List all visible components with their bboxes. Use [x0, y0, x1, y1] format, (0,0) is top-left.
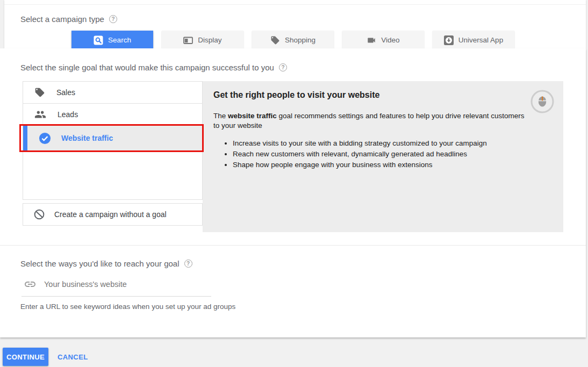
display-icon: [183, 35, 193, 45]
campaign-type-title-text: Select a campaign type: [20, 15, 104, 24]
description-bold: website traffic: [228, 112, 277, 120]
mouse-icon: [530, 89, 555, 114]
tab-video[interactable]: Video: [342, 31, 424, 49]
goal-item-label: Website traffic: [61, 134, 113, 142]
url-helper-text: Enter a URL to see keyword ideas when yo…: [20, 303, 235, 311]
blocked-icon: [33, 208, 45, 220]
description-prefix: The: [213, 112, 228, 120]
continue-button[interactable]: CONTINUE: [3, 348, 48, 366]
tab-label: Video: [381, 36, 399, 44]
tab-label: Shopping: [285, 36, 315, 44]
footer-bar: CONTINUE CANCEL: [0, 337, 588, 367]
goal-benefit-item: Shape how people engage with your busine…: [233, 160, 487, 170]
website-url-input[interactable]: [44, 280, 200, 289]
goal-detail-panel: Get the right people to visit your websi…: [203, 81, 563, 232]
goal-detail-description: The website traffic goal recommends sett…: [213, 111, 532, 131]
goal-title-text: Select the single goal that would make t…: [20, 63, 274, 72]
goal-benefit-item: Increase visits to your site with a bidd…: [233, 138, 487, 149]
goal-item-label: Leads: [58, 110, 78, 119]
people-icon: [34, 109, 46, 120]
shopping-tag-icon: [270, 35, 280, 45]
section-divider: [0, 245, 586, 246]
help-icon[interactable]: ?: [184, 260, 192, 268]
goal-item-sales[interactable]: Sales: [23, 82, 202, 104]
video-camera-icon: [367, 35, 376, 45]
goal-list: Sales Leads Website traffic: [23, 81, 203, 200]
goal-benefit-item: Reach new customers with relevant, dynam…: [233, 149, 487, 160]
tab-display[interactable]: Display: [162, 31, 243, 49]
campaign-type-tabs: Search Display Shopping Video: [71, 31, 514, 49]
card-top-divider: [4, 4, 586, 5]
no-goal-label: Create a campaign without a goal: [54, 210, 167, 219]
tab-label: Search: [108, 36, 131, 44]
tab-label: Display: [198, 36, 221, 44]
goal-item-leads[interactable]: Leads: [23, 104, 202, 126]
reach-title: Select the ways you'd like to reach your…: [20, 259, 192, 268]
campaign-type-card: Select a campaign type ? Search Display …: [4, 0, 586, 48]
tab-search[interactable]: Search: [71, 31, 153, 49]
goal-detail-heading: Get the right people to visit your websi…: [213, 90, 379, 100]
tab-label: Universal App: [458, 36, 503, 44]
goal-benefit-list: Increase visits to your site with a bidd…: [233, 138, 487, 170]
check-circle-icon: [39, 132, 51, 145]
campaign-type-title: Select a campaign type ?: [20, 15, 117, 24]
goal-card: Select the single goal that would make t…: [0, 48, 586, 337]
reach-title-text: Select the ways you'd like to reach your…: [20, 259, 180, 268]
universal-app-icon: [444, 35, 454, 45]
help-icon[interactable]: ?: [109, 15, 117, 23]
link-icon: [24, 278, 37, 291]
search-icon: [94, 35, 103, 45]
selected-indicator-bar: [23, 126, 27, 150]
tab-shopping[interactable]: Shopping: [252, 31, 334, 49]
help-icon[interactable]: ?: [279, 63, 287, 71]
cancel-button[interactable]: CANCEL: [58, 348, 88, 366]
goal-item-website-traffic[interactable]: Website traffic: [23, 126, 202, 151]
website-url-field: [21, 275, 211, 297]
goal-title: Select the single goal that would make t…: [20, 63, 287, 72]
goal-item-no-goal[interactable]: Create a campaign without a goal: [23, 203, 203, 226]
tab-universal-app[interactable]: Universal App: [433, 31, 514, 49]
tag-icon: [34, 87, 45, 98]
goal-item-label: Sales: [56, 88, 75, 97]
